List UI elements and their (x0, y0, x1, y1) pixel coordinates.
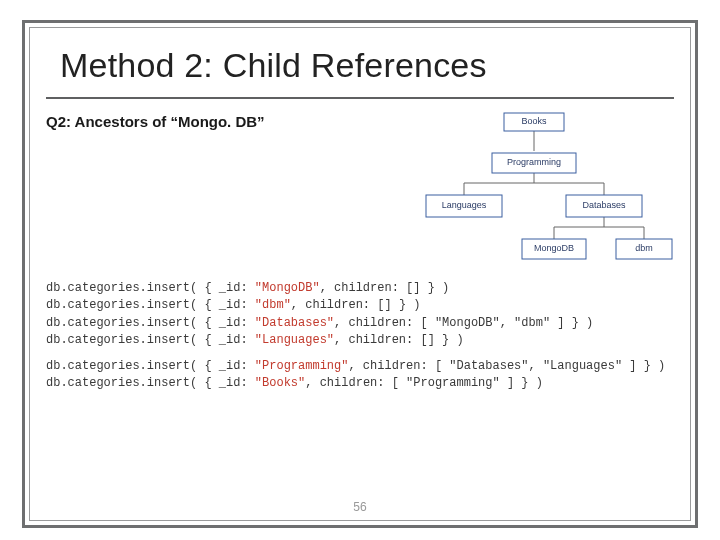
outer-frame: Method 2: Child References Q2: Ancestors… (22, 20, 698, 528)
left-column: Q2: Ancestors of “Mongo. DB” (46, 109, 394, 138)
code-line: db.categories.insert( { _id: "Books", ch… (46, 375, 674, 392)
code-block: db.categories.insert( { _id: "MongoDB", … (46, 280, 674, 392)
tree-svg: Books Programming Languages Databases Mo… (394, 109, 674, 274)
tree-label-programming: Programming (507, 157, 561, 167)
tree-diagram: Books Programming Languages Databases Mo… (394, 109, 674, 274)
code-line: db.categories.insert( { _id: "Programmin… (46, 358, 674, 375)
page-number: 56 (30, 500, 690, 514)
tree-label-databases: Databases (582, 200, 626, 210)
tree-label-languages: Languages (442, 200, 487, 210)
code-line: db.categories.insert( { _id: "Languages"… (46, 332, 674, 349)
tree-label-books: Books (521, 116, 547, 126)
code-gap (46, 350, 674, 358)
code-line: db.categories.insert( { _id: "Databases"… (46, 315, 674, 332)
slide-title: Method 2: Child References (60, 46, 674, 85)
tree-label-dbm: dbm (635, 243, 653, 253)
code-line: db.categories.insert( { _id: "MongoDB", … (46, 280, 674, 297)
tree-label-mongodb: MongoDB (534, 243, 574, 253)
subheading: Q2: Ancestors of “Mongo. DB” (46, 113, 394, 130)
code-line: db.categories.insert( { _id: "dbm", chil… (46, 297, 674, 314)
slide: Method 2: Child References Q2: Ancestors… (0, 0, 720, 540)
title-divider (46, 97, 674, 99)
content-row: Q2: Ancestors of “Mongo. DB” (46, 109, 674, 274)
inner-frame: Method 2: Child References Q2: Ancestors… (29, 27, 691, 521)
